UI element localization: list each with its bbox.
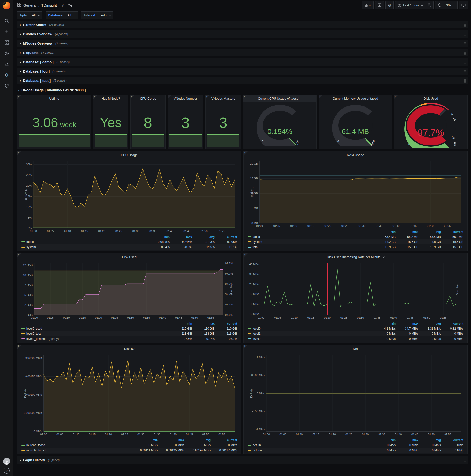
save-dashboard-button[interactable] xyxy=(375,1,384,9)
panel-title-current-cpu-usage[interactable]: Current CPU Usage of taosd xyxy=(243,95,317,102)
panel-info-icon[interactable]: i xyxy=(319,95,323,99)
legend-col-max[interactable]: max xyxy=(158,439,184,442)
panel-title-disk-rate-chart[interactable]: Disk Used Increasing Rate per Minute xyxy=(244,254,467,260)
legend-series-taosd[interactable]: taosd xyxy=(21,240,147,244)
breadcrumb-section[interactable]: General xyxy=(23,3,36,7)
refresh-interval-picker[interactable]: 30s xyxy=(444,1,457,9)
cycle-view-mode-button[interactable] xyxy=(459,1,468,9)
panel-title-cpu-usage-chart[interactable]: CPU Usage xyxy=(17,151,241,158)
add-panel-button[interactable]: + xyxy=(362,1,374,9)
legend-col-min[interactable]: min xyxy=(373,322,396,325)
legend-col-min[interactable]: min xyxy=(169,322,192,325)
legend-series-level0[interactable]: level0 xyxy=(248,327,373,330)
legend-col-avg[interactable]: avg xyxy=(192,235,215,239)
legend-col-current[interactable]: current xyxy=(215,235,237,239)
legend-series-taosd[interactable]: taosd xyxy=(248,235,373,238)
legend-series-io_write_taosd[interactable]: io_write_taosd xyxy=(21,448,131,452)
row-drag-handle[interactable]: ⣿ xyxy=(464,51,466,55)
star-favorite-icon[interactable]: ☆ xyxy=(61,3,65,8)
create-plus-icon[interactable] xyxy=(2,27,11,36)
row-drag-handle[interactable]: ⣿ xyxy=(464,79,466,83)
disk-rate-chart[interactable]: -10 MB/s0 MB/s10 MB/s20 MB/s30 MB/s40 MB… xyxy=(244,260,467,343)
row-database-log[interactable]: ›Database: [ log ](5 panels)⣿ xyxy=(17,68,468,75)
legend-col-current[interactable]: current xyxy=(215,322,237,325)
legend-col-min[interactable]: min xyxy=(373,439,396,442)
plot-area[interactable]: 0 MB/s0.000500 MB/s0.00100 MB/s0.00150 M… xyxy=(19,353,239,438)
ram-usage-chart[interactable]: 0 MB5 GB10 GB15 GB20 GB01:0001:0501:1001… xyxy=(244,158,467,251)
panel-title-net-chart[interactable]: Net xyxy=(244,345,467,352)
dashboard-settings-button[interactable]: ⚙ xyxy=(385,1,394,9)
search-icon[interactable] xyxy=(2,16,11,26)
panel-info-icon[interactable]: i xyxy=(17,95,21,99)
legend-col-current[interactable]: current xyxy=(211,439,237,442)
disk-io-chart[interactable]: 0 MB/s0.000500 MB/s0.00100 MB/s0.00150 M… xyxy=(17,352,241,454)
variable-database-value[interactable]: All xyxy=(65,11,78,19)
legend-col-max[interactable]: max xyxy=(192,322,215,325)
row-requests[interactable]: ›Requests(4 panels)⣿ xyxy=(17,49,468,56)
plot-area[interactable]: -10 MB/s0 MB/s10 MB/s20 MB/s30 MB/s40 MB… xyxy=(245,261,465,321)
panel-title-disk-used-chart[interactable]: Disk Used xyxy=(17,254,241,260)
legend-col-avg[interactable]: avg xyxy=(184,439,211,442)
panel-info-icon[interactable]: i xyxy=(17,345,21,349)
panel-title-current-memory-usage[interactable]: Current Memory Usage of taosd xyxy=(319,95,392,102)
row-database-demo[interactable]: ›Database: [ demo ](5 panels)⣿ xyxy=(17,58,468,66)
panel-title-uptime[interactable]: Uptime xyxy=(17,95,91,102)
panel-info-icon[interactable]: i xyxy=(243,95,247,99)
row-mnodes-overview[interactable]: ›MNodes Overview(2 panels)⣿ xyxy=(17,40,468,47)
refresh-button[interactable] xyxy=(435,1,444,9)
share-icon[interactable] xyxy=(68,3,72,8)
legend-series-net_in[interactable]: net_in xyxy=(248,443,373,447)
panel-title-vnodes-masters[interactable]: VNodes Masters xyxy=(206,95,241,102)
panel-title-vnodes-number[interactable]: VNodes Number xyxy=(168,95,203,102)
panel-info-icon[interactable]: i xyxy=(244,151,248,155)
legend-col-max[interactable]: max xyxy=(396,230,418,234)
legend-series-total[interactable]: total xyxy=(248,245,373,249)
row-drag-handle[interactable]: ⣿ xyxy=(464,32,466,36)
row-drag-handle[interactable]: ⣿ xyxy=(464,70,466,73)
panel-info-icon[interactable]: i xyxy=(17,254,21,257)
row-drag-handle[interactable]: ⣿ xyxy=(464,42,466,45)
legend-series-level0_percent[interactable]: level0_percent(right-y) xyxy=(21,337,169,340)
breadcrumb-page[interactable]: TDinsight xyxy=(41,3,57,7)
panel-title-cpu-cores[interactable]: CPU Cores xyxy=(131,95,165,102)
row-dnodes-overview[interactable]: ›DNodes Overview(4 panels)⣿ xyxy=(17,30,468,38)
row-cluster-status[interactable]: ›Cluster Status(21 panels)⣿ xyxy=(17,21,468,29)
legend-col-min[interactable]: min xyxy=(147,235,169,239)
configuration-gear-icon[interactable]: ⚙ xyxy=(2,70,11,80)
user-avatar[interactable] xyxy=(3,458,10,465)
explore-compass-icon[interactable] xyxy=(2,49,11,58)
panel-info-icon[interactable]: i xyxy=(206,95,209,99)
panel-title-ram-usage-chart[interactable]: RAM Usage xyxy=(244,151,467,158)
legend-series-io_read_taosd[interactable]: io_read_taosd xyxy=(21,443,131,447)
legend-series-level1[interactable]: level1 xyxy=(248,332,373,335)
panel-info-icon[interactable]: i xyxy=(244,345,248,349)
dashboards-icon[interactable] xyxy=(2,38,11,47)
legend-col-current[interactable]: current xyxy=(441,230,463,234)
legend-series-level2[interactable]: level2 xyxy=(248,337,373,340)
help-icon[interactable]: ? xyxy=(4,468,10,474)
panel-info-icon[interactable]: i xyxy=(394,95,398,99)
panel-info-icon[interactable]: i xyxy=(17,151,21,155)
row-drag-handle[interactable]: ⣿ xyxy=(464,60,466,64)
legend-col-max[interactable]: max xyxy=(396,322,418,325)
legend-series-net_out[interactable]: net_out xyxy=(248,448,373,452)
panel-info-icon[interactable]: i xyxy=(244,254,248,257)
row-dnode-usage[interactable]: ›DNode Usage [ huolinhe-TM1701:6030 ] xyxy=(17,86,468,94)
row-drag-handle[interactable]: ⣿ xyxy=(464,23,466,27)
legend-col-avg[interactable]: avg xyxy=(418,322,441,325)
legend-col-avg[interactable]: avg xyxy=(418,230,441,234)
time-range-picker[interactable]: Last 1 hour xyxy=(395,1,425,9)
legend-series-system[interactable]: system xyxy=(21,245,147,249)
plot-area[interactable]: 0 MB5 GB10 GB15 GB20 GB01:0001:0501:1001… xyxy=(245,159,465,229)
grafana-logo[interactable] xyxy=(3,2,10,9)
row-database-test[interactable]: ›Database: [ test ](5 panels)⣿ xyxy=(17,77,468,85)
plot-area[interactable]: 0 GiB25 GiB50 GiB75 GiB100 GiB125 GiB97.… xyxy=(19,261,239,321)
panel-info-icon[interactable]: i xyxy=(131,95,135,99)
cpu-usage-chart[interactable]: 0%5%10%15%20%25%30%01:0001:0501:1001:150… xyxy=(17,158,241,251)
plot-area[interactable]: -1 Mb/s-0.50 Mb/s0 Mb/s0.500 Mb/s1 Mb/s0… xyxy=(245,353,465,438)
row-drag-handle[interactable]: ⣿ xyxy=(464,458,466,462)
alerting-bell-icon[interactable] xyxy=(2,59,11,69)
legend-col-min[interactable]: min xyxy=(131,439,158,442)
zoom-out-time-button[interactable] xyxy=(425,1,434,9)
legend-col-avg[interactable]: avg xyxy=(418,439,441,442)
